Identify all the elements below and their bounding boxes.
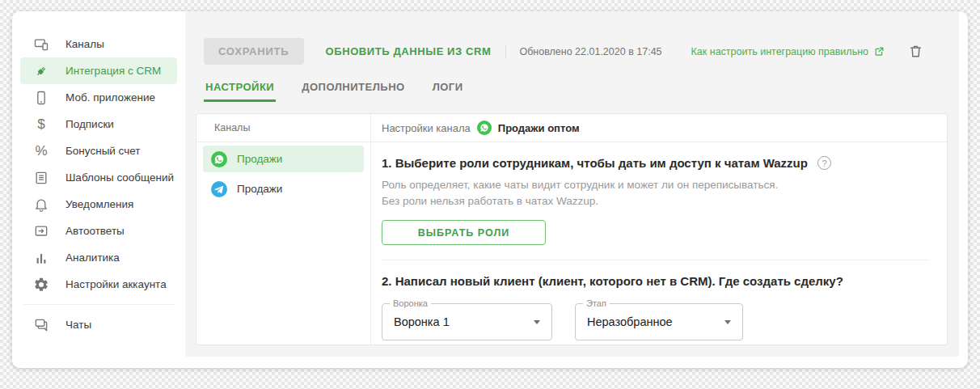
sidebar-item-channels[interactable]: Каналы xyxy=(20,31,177,57)
plug-icon xyxy=(32,61,51,81)
bar-chart-icon xyxy=(32,248,51,268)
sidebar-item-label: Подписки xyxy=(65,118,114,130)
section2-title-row: 2. Написал новый клиент (клиент, которог… xyxy=(382,274,929,288)
sidebar-item-auto-replies[interactable]: Автоответы xyxy=(20,218,177,244)
sidebar-item-label: Уведомления xyxy=(65,198,133,210)
sidebar-item-label: Шаблоны сообщений xyxy=(65,171,174,184)
tab-settings[interactable]: НАСТРОЙКИ xyxy=(204,78,276,102)
sidebar-divider xyxy=(23,304,174,305)
section-divider xyxy=(382,260,929,260)
section1-desc-line1: Роль определяет, какие чаты видит сотруд… xyxy=(382,177,929,193)
refresh-from-crm-button[interactable]: ОБНОВИТЬ ДАННЫЕ ИЗ CRM xyxy=(326,45,492,57)
gear-icon xyxy=(32,275,51,294)
channel-item-whatsapp[interactable]: Продажи xyxy=(203,146,364,172)
section1-title: 1. Выберите роли сотрудникам, чтобы дать… xyxy=(382,156,808,170)
channel-settings-label: Настройки канала xyxy=(382,122,471,134)
sidebar-item-label: Автоответы xyxy=(65,225,125,237)
section1-desc-line2: Без роли нельзя работать в чатах Wazzup. xyxy=(382,193,929,209)
sidebar: Каналы Интеграция с CRM xyxy=(12,11,185,368)
stage-select-value: Неразобранное xyxy=(587,315,673,328)
chats-icon xyxy=(32,315,51,335)
section1-title-row: 1. Выберите роли сотрудникам, чтобы дать… xyxy=(382,156,929,170)
integration-panel: Каналы Продажи xyxy=(196,113,948,345)
stage-select-label: Этап xyxy=(583,298,610,308)
channels-column: Каналы Продажи xyxy=(196,114,371,345)
channel-name: Продажи xyxy=(237,153,282,165)
funnel-select-label: Воронка xyxy=(390,298,431,308)
deal-selects-row: Воронка Воронка 1 Этап Неразобранное xyxy=(382,303,929,340)
devices-icon xyxy=(32,35,51,54)
dollar-icon: $ xyxy=(32,115,51,134)
stage-select[interactable]: Этап Неразобранное xyxy=(575,303,743,340)
sidebar-item-analytics[interactable]: Аналитика xyxy=(20,244,177,271)
trash-icon xyxy=(908,44,923,59)
chevron-down-icon xyxy=(534,320,540,324)
channel-name: Продажи xyxy=(237,183,282,195)
funnel-select-value: Воронка 1 xyxy=(394,315,450,328)
sidebar-item-label: Чаты xyxy=(65,319,91,331)
auto-reply-icon xyxy=(32,222,51,241)
sidebar-item-label: Интеграция с CRM xyxy=(65,65,161,77)
channel-settings-column: Настройки канала Продажи оптом 1. Выбери… xyxy=(371,114,947,345)
sidebar-item-notifications[interactable]: Уведомления xyxy=(20,191,177,218)
sidebar-item-subscriptions[interactable]: $ Подписки xyxy=(20,111,177,137)
sidebar-item-mobile-app[interactable]: Моб. приложение xyxy=(20,84,177,111)
smartphone-icon xyxy=(32,88,51,108)
funnel-select[interactable]: Воронка Воронка 1 xyxy=(382,303,552,340)
help-link-label: Как настроить интеграцию правильно xyxy=(691,46,868,57)
integration-help-link[interactable]: Как настроить интеграцию правильно xyxy=(691,45,885,57)
channel-item-telegram[interactable]: Продажи xyxy=(203,175,364,202)
telegram-icon xyxy=(211,181,227,197)
tab-logs[interactable]: ЛОГИ xyxy=(431,78,465,102)
sidebar-item-label: Бонусный счет xyxy=(65,145,141,157)
help-icon[interactable]: ? xyxy=(817,156,831,170)
external-link-icon xyxy=(873,45,885,57)
choose-roles-button[interactable]: ВЫБРАТЬ РОЛИ xyxy=(382,220,546,245)
bell-icon xyxy=(32,195,51,214)
last-updated-text: Обновлено 22.01.2020 в 17:45 xyxy=(519,46,661,57)
tab-additional[interactable]: ДОПОЛНИТЕЛЬНО xyxy=(300,78,406,102)
app-window: Каналы Интеграция с CRM xyxy=(12,11,968,368)
channel-settings-body: 1. Выберите роли сотрудникам, чтобы дать… xyxy=(371,142,947,340)
toolbar: СОХРАНИТЬ ОБНОВИТЬ ДАННЫЕ ИЗ CRM Обновле… xyxy=(204,38,923,65)
screenshot-stage: Каналы Интеграция с CRM xyxy=(0,0,980,389)
whatsapp-icon xyxy=(211,151,227,167)
active-channel-name: Продажи оптом xyxy=(498,122,580,134)
channel-settings-header: Настройки канала Продажи оптом xyxy=(371,114,947,142)
save-button[interactable]: СОХРАНИТЬ xyxy=(204,38,304,65)
document-icon xyxy=(32,168,51,188)
sidebar-item-crm-integration[interactable]: Интеграция с CRM xyxy=(20,57,177,84)
channels-header: Каналы xyxy=(196,114,370,142)
sidebar-item-label: Каналы xyxy=(65,38,104,50)
whatsapp-icon xyxy=(477,121,492,135)
toolbar-separator xyxy=(505,44,506,59)
sidebar-item-label: Аналитика xyxy=(65,252,120,264)
sidebar-item-bonus-account[interactable]: % Бонусный счет xyxy=(20,137,177,164)
delete-integration-button[interactable] xyxy=(908,44,923,59)
sidebar-item-message-templates[interactable]: Шаблоны сообщений xyxy=(20,164,177,191)
section2-title: 2. Написал новый клиент (клиент, которог… xyxy=(382,274,843,288)
section1-description: Роль определяет, какие чаты видит сотруд… xyxy=(382,177,929,209)
chevron-down-icon xyxy=(724,320,731,324)
percent-icon: % xyxy=(32,142,51,161)
content-area: СОХРАНИТЬ ОБНОВИТЬ ДАННЫЕ ИЗ CRM Обновле… xyxy=(185,11,959,357)
sidebar-item-label: Моб. приложение xyxy=(65,91,155,104)
sidebar-item-label: Настройки аккаунта xyxy=(65,278,167,290)
tab-bar: НАСТРОЙКИ ДОПОЛНИТЕЛЬНО ЛОГИ xyxy=(204,78,943,102)
sidebar-item-chats[interactable]: Чаты xyxy=(20,311,177,338)
sidebar-item-account-settings[interactable]: Настройки аккаунта xyxy=(20,271,177,298)
